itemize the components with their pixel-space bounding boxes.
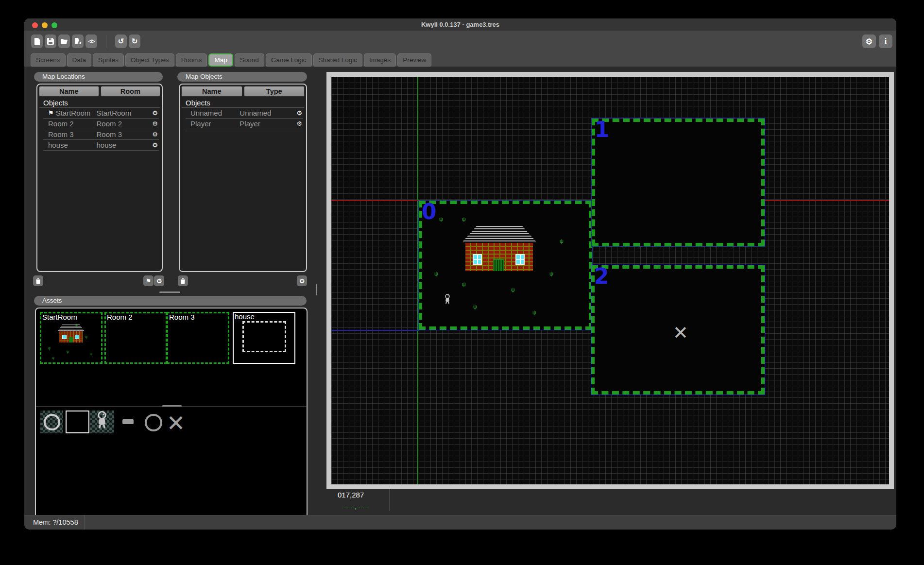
- header-zone: Kwyll 0.0.137 - game3.tres </>↺↻ ⚙i Scre…: [24, 18, 896, 67]
- group-label: Objects: [182, 98, 304, 108]
- undo-button[interactable]: ↺: [115, 34, 127, 48]
- column-header-room[interactable]: Room: [101, 86, 161, 97]
- settings-button[interactable]: ⚙: [862, 34, 876, 48]
- row-name-cell: Room 3: [43, 130, 96, 138]
- row-gear-icon[interactable]: ⚙: [147, 109, 159, 117]
- delete-object-button[interactable]: [178, 275, 188, 286]
- grass-icon: ψ: [462, 282, 466, 287]
- window-title: Kwyll 0.0.137 - game3.tres: [24, 21, 896, 28]
- row-name: Unnamed: [190, 109, 222, 117]
- location-settings-button[interactable]: ⚙: [154, 275, 164, 286]
- asset-player-sprite[interactable]: [90, 411, 114, 433]
- code-icon: </>: [88, 38, 95, 44]
- tab-rooms[interactable]: Rooms: [176, 53, 207, 67]
- row-gear-icon[interactable]: ⚙: [291, 109, 303, 117]
- player-object-sprite[interactable]: [444, 294, 451, 307]
- room-index-label: 2: [594, 265, 609, 288]
- map-canvas-frame: 012ψψψψψψψψψ✕: [326, 72, 894, 489]
- assets-panel: StartRoomψψψψψψRoom 2Room 3house✕: [35, 308, 308, 526]
- open-button[interactable]: [58, 34, 70, 48]
- panel-splitter-vertical[interactable]: [316, 284, 317, 295]
- info-icon: i: [885, 37, 887, 46]
- status-bar: Mem: ?/10558: [24, 515, 896, 530]
- open-icon: [61, 38, 68, 44]
- circle-outline-icon: [145, 414, 162, 431]
- assets-splitter[interactable]: [162, 405, 182, 407]
- tab-screens[interactable]: Screens: [31, 53, 66, 67]
- grass-icon: ψ: [473, 304, 477, 309]
- tab-preview[interactable]: Preview: [397, 53, 431, 67]
- column-headers: NameType: [180, 85, 306, 97]
- map-location-row[interactable]: Room 2Room 2⚙: [43, 119, 159, 129]
- row-gear-icon[interactable]: ⚙: [291, 120, 303, 127]
- column-header-name[interactable]: Name: [39, 86, 99, 97]
- tab-images[interactable]: Images: [364, 53, 396, 67]
- tab-shared-logic[interactable]: Shared Logic: [313, 53, 363, 67]
- map-object-row[interactable]: UnnamedUnnamed⚙: [186, 108, 303, 119]
- column-headers: NameRoom: [37, 85, 162, 97]
- asset-dash-sprite[interactable]: [122, 419, 134, 425]
- tab-sprites[interactable]: Sprites: [93, 53, 124, 67]
- grass-icon: ψ: [85, 335, 87, 339]
- room-thumbnail-house[interactable]: house: [233, 312, 295, 364]
- new-file-button[interactable]: [31, 34, 43, 48]
- column-header-type[interactable]: Type: [244, 86, 305, 97]
- map-location-row[interactable]: ⚑StartRoomStartRoom⚙: [43, 108, 159, 119]
- delete-location-button[interactable]: [33, 275, 43, 286]
- tab-sound[interactable]: Sound: [235, 53, 264, 67]
- assets-header: Assets: [34, 296, 307, 306]
- app-window: Kwyll 0.0.137 - game3.tres </>↺↻ ⚙i Scre…: [24, 18, 896, 530]
- player-sprite-icon: [95, 411, 109, 433]
- row-gear-icon[interactable]: ⚙: [147, 131, 159, 138]
- tab-map[interactable]: Map: [208, 53, 233, 67]
- row-name: StartRoom: [56, 109, 91, 117]
- grass-icon: ψ: [48, 346, 51, 350]
- panel-splitter-horizontal[interactable]: [159, 291, 180, 293]
- grass-icon: ψ: [90, 352, 92, 356]
- info-button[interactable]: i: [879, 34, 892, 48]
- map-location-row[interactable]: Room 3Room 3⚙: [43, 129, 159, 140]
- column-header-name[interactable]: Name: [181, 86, 242, 97]
- unnamed-object-marker[interactable]: ✕: [673, 324, 688, 342]
- asset-circle-outline-sprite[interactable]: [143, 413, 164, 432]
- object-settings-button[interactable]: ⚙: [297, 275, 307, 286]
- row-gear-icon[interactable]: ⚙: [147, 120, 159, 127]
- row-name-cell: ⚑StartRoom: [43, 109, 96, 117]
- grass-icon: ψ: [560, 239, 564, 244]
- titlebar[interactable]: Kwyll 0.0.137 - game3.tres: [24, 18, 896, 31]
- map-objects-table: NameTypeObjectsUnnamedUnnamed⚙PlayerPlay…: [179, 84, 307, 272]
- grass-icon: ψ: [52, 356, 54, 360]
- row-gear-icon[interactable]: ⚙: [147, 141, 159, 149]
- asset-circle-sprite[interactable]: [40, 411, 63, 433]
- redo-button[interactable]: ↻: [129, 34, 140, 48]
- export-button[interactable]: [72, 34, 84, 48]
- map-canvas[interactable]: 012ψψψψψψψψψ✕: [331, 77, 889, 484]
- grass-icon: ψ: [511, 287, 515, 292]
- map-location-row[interactable]: househouse⚙: [43, 140, 159, 151]
- house-roof: [462, 226, 537, 243]
- code-button[interactable]: </>: [86, 34, 97, 48]
- thumbnail-label: Room 2: [107, 313, 133, 321]
- x-sprite-icon: ✕: [167, 412, 186, 434]
- room-thumbnail-room-2[interactable]: Room 2: [104, 312, 167, 364]
- thumbnail-label: house: [235, 312, 255, 321]
- asset-x-sprite[interactable]: ✕: [165, 411, 187, 434]
- asset-empty-sprite[interactable]: [66, 411, 89, 433]
- row-value-cell: StartRoom: [96, 109, 147, 117]
- group-label: Objects: [39, 98, 160, 108]
- map-room-1[interactable]: 1: [591, 118, 765, 247]
- room-walls-outline: [242, 321, 286, 352]
- map-objects-header: Map Objects: [177, 72, 307, 82]
- memory-usage-label: Mem: ?/10558: [33, 518, 78, 526]
- set-start-flag-button[interactable]: ⚑: [143, 275, 154, 286]
- save-button[interactable]: [45, 34, 56, 48]
- tab-data[interactable]: Data: [67, 53, 92, 67]
- row-value-cell: house: [96, 141, 147, 149]
- map-object-row[interactable]: PlayerPlayer⚙: [186, 119, 303, 129]
- room-thumbnail-startroom[interactable]: StartRoomψψψψψψ: [40, 312, 103, 364]
- tab-game-logic[interactable]: Game Logic: [266, 53, 312, 67]
- room-thumbnail-room-3[interactable]: Room 3: [167, 312, 229, 364]
- row-name-cell: house: [43, 141, 96, 149]
- tab-object-types[interactable]: Object Types: [125, 53, 174, 67]
- coordinate-placeholder: ---,---: [343, 504, 369, 511]
